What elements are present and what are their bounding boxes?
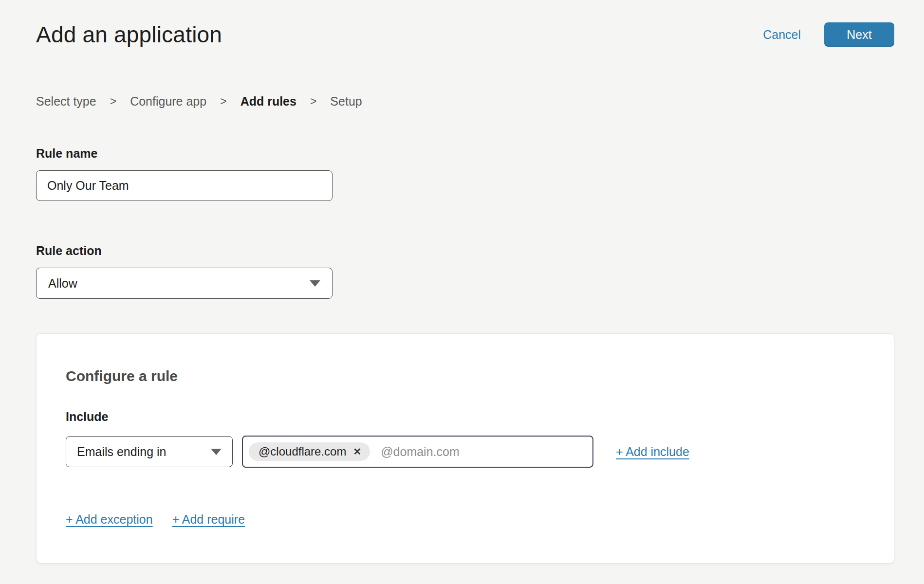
add-require-link[interactable]: + Add require (172, 512, 245, 527)
cancel-button[interactable]: Cancel (763, 28, 801, 42)
breadcrumb-step-add-rules[interactable]: Add rules (240, 94, 296, 109)
chip-label: @cloudflare.com (259, 445, 346, 458)
breadcrumb-separator-icon: > (220, 95, 226, 108)
include-rule-row: Emails ending in @cloudflare.com ✕ + Add… (66, 436, 865, 468)
chevron-down-icon (310, 280, 320, 287)
breadcrumb-step-select-type[interactable]: Select type (36, 94, 96, 109)
rule-name-input[interactable] (36, 170, 333, 201)
header-actions: Cancel Next (763, 22, 894, 47)
next-button[interactable]: Next (824, 22, 894, 47)
include-label: Include (66, 410, 865, 424)
add-exception-link[interactable]: + Add exception (66, 512, 153, 527)
domain-entry-input[interactable] (381, 445, 587, 459)
include-criteria-select[interactable]: Emails ending in (66, 436, 233, 467)
email-domains-tag-input[interactable]: @cloudflare.com ✕ (242, 436, 593, 468)
include-criteria-selected-value: Emails ending in (77, 445, 166, 459)
breadcrumb-separator-icon: > (110, 95, 116, 108)
configure-rule-card: Configure a rule Include Emails ending i… (36, 333, 894, 564)
card-links-row: + Add exception + Add require (66, 512, 865, 527)
rule-action-select[interactable]: Allow (36, 268, 333, 299)
rule-action-selected-value: Allow (48, 276, 77, 291)
page-header: Add an application Cancel Next (36, 21, 894, 48)
card-title: Configure a rule (66, 368, 865, 384)
page-title: Add an application (36, 21, 222, 48)
breadcrumb-step-configure-app[interactable]: Configure app (130, 94, 206, 109)
rule-name-label: Rule name (36, 146, 894, 161)
chip-remove-icon[interactable]: ✕ (353, 447, 361, 456)
breadcrumb-step-setup[interactable]: Setup (330, 94, 362, 109)
breadcrumb: Select type > Configure app > Add rules … (36, 94, 894, 109)
email-domain-chip: @cloudflare.com ✕ (249, 442, 370, 461)
breadcrumb-separator-icon: > (310, 95, 316, 108)
add-application-page: Add an application Cancel Next Select ty… (0, 0, 924, 584)
add-include-link[interactable]: + Add include (616, 445, 689, 459)
chevron-down-icon (211, 449, 222, 455)
rule-action-label: Rule action (36, 244, 894, 258)
